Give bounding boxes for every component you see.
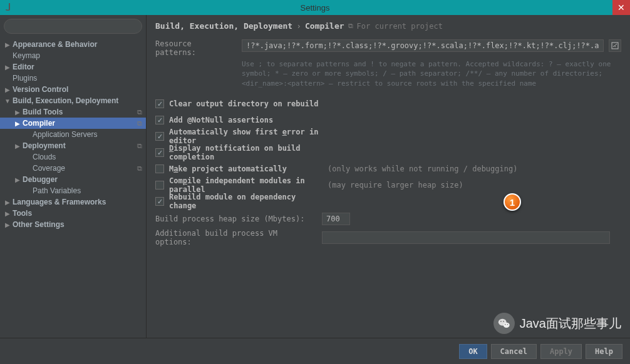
sidebar: ▶Appearance & BehaviorKeymap▶EditorPlugi… <box>0 15 147 338</box>
settings-tree: ▶Appearance & BehaviorKeymap▶EditorPlugi… <box>0 38 146 338</box>
heap-row: Build process heap size (Mbytes): <box>155 210 621 228</box>
search-container <box>0 15 146 38</box>
tree-item-label: Version Control <box>13 85 68 94</box>
checkbox-label: Automatically show first error in editor <box>169 128 323 145</box>
checkbox-row: Compile independent modules in parallel(… <box>155 177 621 193</box>
heap-label: Build process heap size (Mbytes): <box>155 215 317 223</box>
checkbox-row: Rebuild module on dependency change <box>155 193 621 210</box>
app-icon <box>3 2 13 12</box>
tree-item[interactable]: ▼Build, Execution, Deployment <box>0 95 146 106</box>
resource-patterns-input[interactable] <box>242 39 604 52</box>
tree-item[interactable]: ▶Languages & Frameworks <box>0 196 146 208</box>
cancel-button[interactable]: Cancel <box>491 344 537 359</box>
tree-item-label: Keymap <box>13 51 40 60</box>
heap-input[interactable] <box>322 213 350 225</box>
breadcrumb: Build, Execution, Deployment › Compiler … <box>155 21 621 31</box>
vm-label: Additional build process VM options: <box>155 229 317 246</box>
tree-item[interactable]: ▶Editor <box>0 61 146 73</box>
tree-item-label: Appearance & Behavior <box>13 40 97 49</box>
expand-button[interactable] <box>609 39 621 52</box>
checkbox-row: Add @NotNull assertions <box>155 112 621 128</box>
tree-item[interactable]: ▶Tools <box>0 208 146 219</box>
checkbox-row: Make project automatically(only works wh… <box>155 161 621 177</box>
tree-arrow-icon: ▶ <box>4 41 11 48</box>
close-button[interactable]: ✕ <box>612 0 630 15</box>
window-title: Settings <box>301 3 330 13</box>
checkbox[interactable] <box>155 132 164 141</box>
project-icon: ⧉ <box>348 22 353 30</box>
tree-item-label: Build, Execution, Deployment <box>13 96 118 105</box>
tree-arrow-icon: ▶ <box>14 143 21 149</box>
tree-arrow-icon: ▶ <box>14 109 21 116</box>
checkbox-label: Clear output directory on rebuild <box>169 99 323 108</box>
tree-item-label: Compiler <box>23 119 55 128</box>
project-badge-icon: ⧉ <box>137 119 142 128</box>
tree-item-label: Path Variables <box>33 186 81 195</box>
button-bar: OK Cancel Apply Help <box>0 338 630 364</box>
ok-button[interactable]: OK <box>459 344 487 359</box>
resource-label: Resource patterns: <box>155 39 237 57</box>
tree-item[interactable]: ▶Build Tools⧉ <box>0 106 146 118</box>
vm-input[interactable] <box>322 231 610 244</box>
tree-arrow-icon: ▶ <box>14 120 21 127</box>
tree-item[interactable]: Coverage⧉ <box>0 163 146 174</box>
project-badge-icon: ⧉ <box>137 164 142 173</box>
checkbox[interactable] <box>155 148 164 157</box>
vm-row: Additional build process VM options: <box>155 228 621 247</box>
checkbox-row: Clear output directory on rebuild <box>155 96 621 112</box>
tree-item-label: Application Servers <box>33 130 97 139</box>
titlebar: Settings ✕ <box>0 0 630 15</box>
breadcrumb-root[interactable]: Build, Execution, Deployment <box>155 21 292 31</box>
tree-item[interactable]: ▶Debugger <box>0 174 146 185</box>
breadcrumb-note: For current project <box>357 22 443 31</box>
tree-item[interactable]: Application Servers <box>0 129 146 140</box>
checkbox[interactable] <box>155 181 164 190</box>
tree-item[interactable]: ▶Other Settings <box>0 219 146 230</box>
checkbox-list: Clear output directory on rebuildAdd @No… <box>155 96 621 210</box>
tree-item[interactable]: Clouds <box>0 151 146 163</box>
breadcrumb-sep: › <box>296 21 301 31</box>
checkbox[interactable] <box>155 164 164 173</box>
tree-item[interactable]: ▶Deployment⧉ <box>0 140 146 151</box>
checkbox-label: Make project automatically <box>169 164 323 173</box>
tree-arrow-icon: ▶ <box>4 64 11 71</box>
main-area: ▶Appearance & BehaviorKeymap▶EditorPlugi… <box>0 15 630 338</box>
checkbox[interactable] <box>155 99 164 108</box>
tree-item-label: Coverage <box>33 164 65 173</box>
tree-item[interactable]: Plugins <box>0 73 146 84</box>
checkbox[interactable] <box>155 116 164 124</box>
checkbox-label: Display notification on build completion <box>169 144 323 161</box>
tree-item[interactable]: Path Variables <box>0 185 146 196</box>
checkbox-row: Display notification on build completion <box>155 144 621 161</box>
tree-item[interactable]: ▶Compiler⧉ <box>0 118 146 129</box>
tree-item[interactable]: ▶Version Control <box>0 84 146 95</box>
tree-item-label: Debugger <box>23 175 58 184</box>
project-badge-icon: ⧉ <box>137 108 142 116</box>
tree-arrow-icon: ▶ <box>4 86 11 93</box>
tree-item[interactable]: ▶Appearance & Behavior <box>0 39 146 50</box>
callout-marker-1: 1 <box>503 193 521 211</box>
checkbox[interactable] <box>155 197 164 206</box>
breadcrumb-current: Compiler <box>305 21 344 31</box>
tree-arrow-icon: ▶ <box>4 199 11 206</box>
search-input[interactable] <box>4 19 142 34</box>
checkbox-label: Compile independent modules in parallel <box>169 176 323 194</box>
checkbox-hint: (may require larger heap size) <box>328 181 463 190</box>
apply-button[interactable]: Apply <box>540 344 582 359</box>
tree-item-label: Tools <box>13 209 32 218</box>
tree-item-label: Plugins <box>13 74 37 83</box>
project-badge-icon: ⧉ <box>137 142 142 150</box>
checkbox-label: Add @NotNull assertions <box>169 116 323 124</box>
tree-arrow-icon: ▶ <box>14 176 21 183</box>
checkbox-hint: (only works while not running / debuggin… <box>328 164 517 173</box>
tree-item[interactable]: Keymap <box>0 50 146 61</box>
checkbox-row: Automatically show first error in editor <box>155 128 621 144</box>
tree-arrow-icon: ▶ <box>4 210 11 217</box>
tree-item-label: Other Settings <box>13 220 65 229</box>
tree-item-label: Clouds <box>33 153 56 161</box>
tree-item-label: Editor <box>13 63 34 71</box>
help-button[interactable]: Help <box>586 344 622 359</box>
tree-item-label: Languages & Frameworks <box>13 198 106 206</box>
tree-arrow-icon: ▶ <box>4 221 11 228</box>
content-panel: Build, Execution, Deployment › Compiler … <box>147 15 630 338</box>
